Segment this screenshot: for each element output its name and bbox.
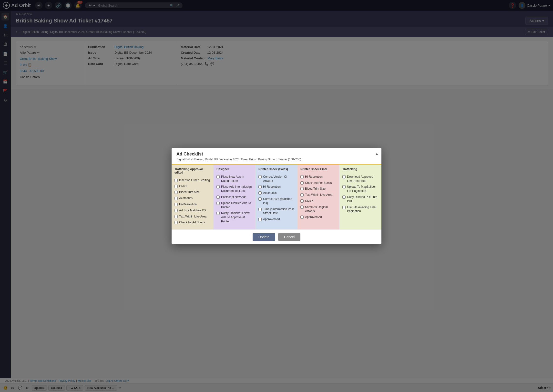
modal-backdrop[interactable]: Ad Checklist Digital British Baking, Dig… xyxy=(0,0,553,392)
checklist-item-label: Postscript New Ads xyxy=(221,195,246,199)
checklist-item-label: Timely Information Post Street Date xyxy=(263,207,294,216)
checkbox-designer-2[interactable] xyxy=(216,196,220,199)
checklist-item: File Sits Awaiting Final Pagination xyxy=(342,205,379,214)
checklist-item: CMYK xyxy=(300,199,336,203)
checkbox-printer-final-5[interactable] xyxy=(300,206,304,209)
checklist-item: Ad Size Matches I/O xyxy=(174,208,210,213)
checklist-item-label: Check for Ad Specs xyxy=(179,220,205,225)
checklist-item-label: Text Within Live Area xyxy=(179,215,206,219)
checklist-item: CMYK xyxy=(174,184,210,188)
col-header-printer-final: Printer Check Final xyxy=(300,167,336,172)
checklist-item-label: Hi-Resolution xyxy=(179,202,197,206)
checkbox-trafficking-1[interactable] xyxy=(342,185,346,188)
checklist-item-label: Place Ads Into Indesign Document test te… xyxy=(221,185,252,193)
checkbox-designer-3[interactable] xyxy=(216,202,220,205)
checkbox-printer-final-1[interactable] xyxy=(300,181,304,185)
checklist-item: Hi-Resolution xyxy=(174,202,210,206)
checklist-item-label: Hi-Resolution xyxy=(263,185,281,189)
checklist-item-label: File Sits Awaiting Final Pagination xyxy=(347,205,379,214)
modal-subtitle: Digital British Baking, Digital BB Decem… xyxy=(176,158,377,161)
checklist-col-trafficking-approval: Trafficking Approval - editedInsertion O… xyxy=(172,165,214,229)
checklist-item-label: Ad Size Matches I/O xyxy=(179,208,206,213)
checklist-item: Insertion Order - editing xyxy=(174,178,210,182)
checkbox-trafficking-2[interactable] xyxy=(342,196,346,199)
checklist-item: Notify Traffickers New Ads To Approve at… xyxy=(216,211,252,223)
checklist-item: Bleed/Trim Size xyxy=(174,190,210,194)
modal-header: Ad Checklist Digital British Baking, Dig… xyxy=(172,148,381,165)
checkbox-designer-1[interactable] xyxy=(216,185,220,188)
checkbox-printer-final-0[interactable] xyxy=(300,175,304,178)
checkbox-printer-check-2[interactable] xyxy=(258,191,262,195)
checklist-item-label: Bleed/Trim Size xyxy=(179,190,200,194)
checklist-item-label: Insertion Order - editing xyxy=(179,178,210,182)
checkbox-printer-check-1[interactable] xyxy=(258,185,262,188)
checkbox-trafficking-0[interactable] xyxy=(342,175,346,178)
checklist-item: Approved Ad xyxy=(258,217,294,221)
checklist-item-label: Check Ad For Specs xyxy=(305,181,332,185)
checklist-item-label: Aesthetics xyxy=(179,196,193,200)
checkbox-trafficking-3[interactable] xyxy=(342,206,346,209)
col-header-trafficking: Trafficking xyxy=(342,167,379,172)
checkbox-designer-0[interactable] xyxy=(216,175,220,178)
checkbox-printer-check-0[interactable] xyxy=(258,175,262,178)
checklist-item-label: CMYK xyxy=(305,199,314,203)
checkbox-trafficking-approval-5[interactable] xyxy=(174,209,178,212)
checkbox-trafficking-approval-6[interactable] xyxy=(174,215,178,218)
checklist-col-printer-check: Printer Check (Sales)Correct Version Of … xyxy=(256,165,297,229)
checklist-item: Timely Information Post Street Date xyxy=(258,207,294,216)
checklist-item: Upload Distilled Ads To Printer xyxy=(216,201,252,209)
checklist-item: Aesthetics xyxy=(258,191,294,195)
checkbox-printer-final-6[interactable] xyxy=(300,216,304,219)
checklist-item: Same As Original Artwork xyxy=(300,205,336,213)
checklist-col-trafficking: TraffickingDownload Approved Low-Res Pro… xyxy=(339,165,381,229)
checklist-item: Place New Ads In Dated Folder xyxy=(216,175,252,183)
checklist-item: Check Ad For Specs xyxy=(300,181,336,185)
checklist-item: Text Within Live Area xyxy=(174,215,210,219)
checklist-item-label: Upload Distilled Ads To Printer xyxy=(221,201,252,209)
checklist-col-printer-final: Printer Check FinalHi-ResolutionCheck Ad… xyxy=(297,165,339,229)
checklist-item: Place Ads Into Indesign Document test te… xyxy=(216,185,252,193)
checklist-item-label: Correct Version Of Artwork xyxy=(263,175,294,183)
checklist-item: Copy Distilled PDF Into PDF xyxy=(342,195,379,203)
modal-footer: Update Cancel xyxy=(172,229,381,244)
checkbox-printer-final-4[interactable] xyxy=(300,199,304,203)
checkbox-trafficking-approval-1[interactable] xyxy=(174,185,178,188)
col-header-designer: Designer xyxy=(216,167,252,172)
checklist-item-label: Place New Ads In Dated Folder xyxy=(221,175,252,183)
checklist-item: Postscript New Ads xyxy=(216,195,252,199)
checklist-item-label: CMYK xyxy=(179,184,188,188)
checklist-item: Text Within Live Area xyxy=(300,193,336,197)
checklist-item-label: Text Within Live Area xyxy=(305,193,332,197)
checklist-item: Correct Version Of Artwork xyxy=(258,175,294,183)
checkbox-trafficking-approval-3[interactable] xyxy=(174,197,178,200)
scroll-indicator[interactable]: ▲ xyxy=(375,152,379,155)
checkbox-printer-check-4[interactable] xyxy=(258,208,262,211)
checkbox-designer-4[interactable] xyxy=(216,212,220,215)
cancel-button[interactable]: Cancel xyxy=(278,233,301,241)
checklist-item: Approved Ad xyxy=(300,215,336,219)
checklist-item: Download Approved Low-Res Proof xyxy=(342,175,379,183)
checklist-item-label: Approved Ad xyxy=(305,215,322,219)
checklist-item: Bleed/Trim Size xyxy=(300,187,336,191)
checkbox-trafficking-approval-2[interactable] xyxy=(174,191,178,194)
checkbox-printer-final-2[interactable] xyxy=(300,187,304,190)
modal-title: Ad Checklist xyxy=(176,152,377,157)
checklist-item: Correct Size (Matches I/O) xyxy=(258,197,294,205)
checklist-item-label: Aesthetics xyxy=(263,191,276,195)
checkbox-printer-check-3[interactable] xyxy=(258,197,262,201)
checklist-item: Hi-Resolution xyxy=(300,175,336,179)
checklist-item-label: Download Approved Low-Res Proof xyxy=(347,175,379,183)
checklist-item-label: Notify Traffickers New Ads To Approve at… xyxy=(221,211,252,223)
update-button[interactable]: Update xyxy=(253,233,275,241)
checkbox-trafficking-approval-0[interactable] xyxy=(174,179,178,182)
checklist-item: Aesthetics xyxy=(174,196,210,200)
checkbox-printer-final-3[interactable] xyxy=(300,193,304,196)
checklist-item-label: Correct Size (Matches I/O) xyxy=(263,197,294,205)
checkbox-trafficking-approval-7[interactable] xyxy=(174,221,178,224)
checkbox-trafficking-approval-4[interactable] xyxy=(174,203,178,206)
checklist-item-label: Same As Original Artwork xyxy=(305,205,336,213)
checkbox-printer-check-5[interactable] xyxy=(258,218,262,221)
checklist-item: Check for Ad Specs xyxy=(174,220,210,225)
col-header-printer-check: Printer Check (Sales) xyxy=(258,167,294,172)
checklist-item-label: Bleed/Trim Size xyxy=(305,187,326,191)
